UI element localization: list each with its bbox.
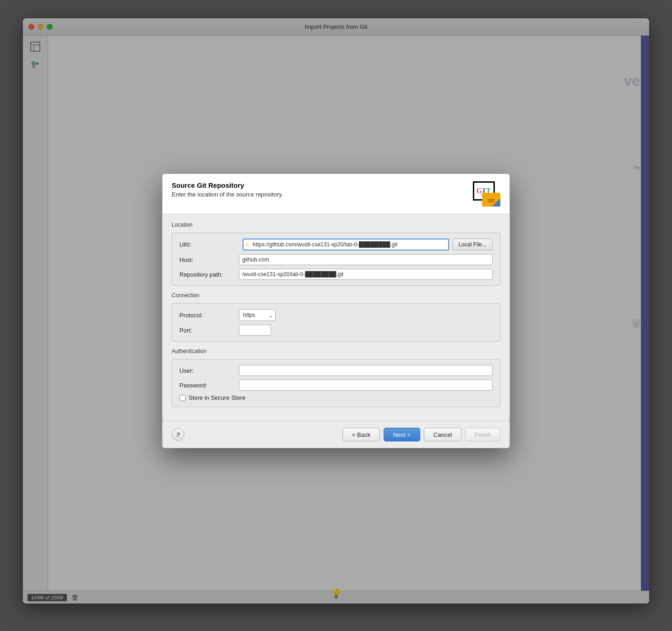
host-label: Host:	[179, 256, 239, 263]
dialog-header: Source Git Repository Enter the location…	[163, 174, 509, 214]
uri-label: URI:	[179, 241, 239, 248]
protocol-select[interactable]: https http git ssh	[239, 309, 276, 321]
finish-button: Finish	[465, 428, 500, 441]
repo-path-row: Repository path:	[179, 269, 493, 280]
uri-input[interactable]	[243, 239, 449, 250]
dialog-header-text: Source Git Repository Enter the location…	[172, 181, 473, 198]
secure-store-checkbox[interactable]	[179, 395, 186, 401]
uri-input-wrapper: ⚠	[243, 239, 449, 250]
password-label: Password:	[179, 382, 239, 389]
password-input[interactable]	[239, 380, 493, 391]
connection-section-label: Connection	[172, 292, 500, 299]
dialog-title: Source Git Repository	[172, 181, 473, 189]
secure-store-row: Store in Secure Store	[179, 394, 493, 401]
desktop: Import Projects from Git	[0, 0, 672, 631]
location-group: URI: ⚠ Local File... Host:	[172, 233, 500, 286]
dialog-overlay: Source Git Repository Enter the location…	[23, 18, 649, 604]
secure-store-label: Store in Secure Store	[189, 394, 245, 401]
git-icon: GIT	[473, 181, 500, 207]
authentication-group: User: Password: Store in Secure Store	[172, 359, 500, 407]
repo-path-label: Repository path:	[179, 271, 239, 278]
user-label: User:	[179, 367, 239, 374]
dialog-subtitle: Enter the location of the source reposit…	[172, 191, 473, 198]
host-row: Host:	[179, 254, 493, 265]
local-file-button[interactable]: Local File...	[453, 239, 493, 250]
ide-window: Import Projects from Git	[23, 18, 649, 604]
protocol-label: Protocol:	[179, 312, 239, 319]
dialog-body: Location URI: ⚠ Local File...	[163, 214, 509, 421]
user-row: User:	[179, 365, 493, 376]
port-row: Port:	[179, 325, 493, 336]
host-input[interactable]	[239, 254, 493, 265]
port-label: Port:	[179, 327, 239, 334]
connection-group: Protocol: https http git ssh ⌄	[172, 303, 500, 342]
import-git-dialog: Source Git Repository Enter the location…	[162, 174, 510, 448]
password-row: Password:	[179, 380, 493, 391]
uri-row: URI: ⚠ Local File...	[179, 239, 493, 250]
dialog-footer: ? < Back Next > Cancel Finish	[163, 421, 509, 448]
svg-rect-10	[484, 198, 488, 203]
user-input[interactable]	[239, 365, 493, 376]
next-button[interactable]: Next >	[384, 428, 420, 441]
authentication-section-label: Authentication	[172, 348, 500, 354]
back-button[interactable]: < Back	[342, 428, 380, 441]
location-section-label: Location	[172, 222, 500, 228]
repo-path-input[interactable]	[239, 269, 493, 280]
help-button[interactable]: ?	[172, 428, 184, 441]
port-input[interactable]	[239, 325, 271, 336]
cancel-button[interactable]: Cancel	[424, 428, 461, 441]
protocol-row: Protocol: https http git ssh ⌄	[179, 309, 493, 321]
uri-warning-icon: ⚠	[244, 241, 249, 248]
protocol-select-wrapper: https http git ssh ⌄	[239, 309, 276, 321]
